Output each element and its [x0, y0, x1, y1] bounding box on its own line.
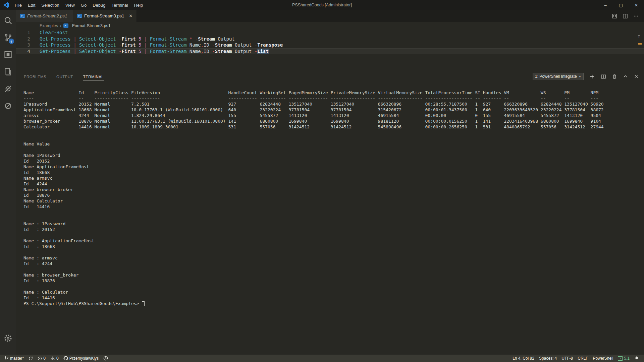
source-control-icon[interactable]: 5 [0, 30, 16, 45]
code-line[interactable]: 2Get-Process | Select-Object -First 5 | … [16, 36, 644, 42]
scm-badge: 5 [9, 39, 14, 44]
line-number: 4 [16, 48, 40, 55]
menu-help[interactable]: Help [131, 0, 146, 10]
tab-terminal[interactable]: TERMINAL [83, 73, 104, 80]
clock-icon[interactable] [101, 355, 110, 362]
eol-item[interactable]: CRLF [575, 355, 590, 362]
activity-bar: 5 [0, 10, 16, 355]
warnings-item[interactable]: 0 [48, 355, 61, 362]
title-bar: File Edit Selection View Go Debug Termin… [0, 0, 644, 10]
panel-header: PROBLEMS OUTPUT TERMINAL 1: PowerShell I… [16, 71, 644, 82]
editor-tab-bar: >_ Format-Stream2.ps1 >_ Format-Stream3.… [16, 10, 644, 22]
code-text: Clear-Host [40, 29, 68, 36]
terminal-cursor [142, 301, 145, 306]
code-text: Get-Process | Select-Object -First 5 | F… [40, 48, 269, 55]
tab-problems[interactable]: PROBLEMS [23, 73, 47, 80]
line-number: 2 [16, 36, 40, 42]
menu-bar: File Edit Selection View Go Debug Termin… [12, 0, 146, 10]
close-panel-icon[interactable] [634, 74, 639, 79]
split-terminal-icon[interactable] [601, 74, 606, 79]
kill-terminal-icon[interactable] [612, 74, 617, 79]
breadcrumb-file-label: Format-Stream3.ps1 [72, 23, 111, 28]
vscode-logo-icon [3, 2, 9, 8]
menu-file[interactable]: File [12, 0, 25, 10]
circle-slash-icon[interactable] [0, 98, 16, 114]
encoding-item[interactable]: UTF-8 [559, 355, 575, 362]
menu-debug[interactable]: Debug [90, 0, 108, 10]
minimap-marker [638, 43, 642, 45]
powershell-badge-icon: > [618, 356, 623, 361]
code-line[interactable]: 3Get-Process | Select-Object -First 5 | … [16, 42, 644, 48]
errors-item[interactable]: 0 [35, 355, 48, 362]
minimize-button[interactable]: – [598, 0, 613, 10]
tab-format-stream2[interactable]: >_ Format-Stream2.ps1 [16, 10, 73, 22]
new-terminal-icon[interactable] [590, 74, 595, 79]
editor-actions [612, 10, 644, 22]
line-number: 1 [16, 29, 40, 36]
account-label: PrzemyslawKlys [69, 356, 99, 361]
split-editor-icon[interactable] [623, 13, 628, 19]
powershell-file-icon: >_ [63, 23, 68, 28]
code-text: Get-Process | Select-Object -First 5 | F… [40, 36, 235, 42]
terminal-output[interactable]: Name Id PriorityClass FileVersion Handle… [23, 90, 644, 301]
notifications-bell-icon[interactable] [632, 355, 641, 362]
terminal-select[interactable]: 1: PowerShell Integrate ▼ [533, 73, 584, 80]
menu-view[interactable]: View [62, 0, 78, 10]
errors-count: 0 [43, 356, 46, 361]
terminal-prompt[interactable]: PS C:\Support\GitHub\PSSharedGoods\Examp… [23, 301, 644, 306]
warnings-count: 0 [56, 356, 59, 361]
maximize-panel-icon[interactable] [623, 74, 628, 79]
indentation-item[interactable]: Spaces: 4 [537, 355, 559, 362]
code-line[interactable]: 1Clear-Host [16, 29, 644, 36]
menu-go[interactable]: Go [78, 0, 90, 10]
code-line[interactable]: 4Get-Process | Select-Object -First 5 | … [16, 48, 644, 55]
powershell-file-icon: >_ [77, 14, 82, 18]
search-icon[interactable] [0, 13, 16, 28]
maximize-button[interactable]: ▢ [613, 0, 629, 10]
breadcrumb-file[interactable]: >_ Format-Stream3.ps1 [63, 23, 111, 28]
tab-close-icon[interactable]: ✕ [129, 13, 132, 18]
chevron-down-icon: ▼ [579, 75, 581, 78]
branch-label: master* [10, 356, 24, 361]
menu-terminal[interactable]: Terminal [108, 0, 131, 10]
open-changes-icon[interactable] [612, 13, 617, 19]
tab-label: Format-Stream2.ps1 [27, 13, 67, 18]
line-number: 3 [16, 42, 40, 48]
editor-lines: 1Clear-Host2Get-Process | Select-Object … [16, 29, 644, 54]
vscode-window: File Edit Selection View Go Debug Termin… [0, 0, 644, 362]
frame-icon[interactable] [0, 47, 16, 62]
bottom-panel: PROBLEMS OUTPUT TERMINAL 1: PowerShell I… [16, 71, 644, 355]
language-mode-item[interactable]: PowerShell [591, 355, 616, 362]
breadcrumb-separator-icon: › [60, 23, 61, 28]
settings-gear-icon[interactable] [0, 330, 16, 346]
tab-output[interactable]: OUTPUT [56, 73, 73, 80]
git-branch-item[interactable]: master* [2, 355, 26, 362]
terminal[interactable]: Name Id PriorityClass FileVersion Handle… [16, 82, 644, 355]
cursor-position-item[interactable]: Ln 4, Col 82 [510, 355, 537, 362]
panel-actions: 1: PowerShell Integrate ▼ [533, 73, 644, 80]
code-text: Get-Process | Select-Object -First 5 | F… [40, 42, 283, 48]
menu-selection[interactable]: Selection [38, 0, 62, 10]
breadcrumb: Examples › >_ Format-Stream3.ps1 [16, 22, 644, 29]
tab-label: Format-Stream3.ps1 [84, 13, 124, 18]
menu-edit[interactable]: Edit [25, 0, 38, 10]
bug-slash-icon[interactable] [0, 81, 16, 97]
files-icon[interactable] [0, 64, 16, 79]
tab-format-stream3[interactable]: >_ Format-Stream3.ps1 ✕ [73, 10, 137, 22]
github-account-item[interactable]: PrzemyslawKlys [61, 355, 101, 362]
sync-icon[interactable] [26, 355, 35, 362]
powershell-file-icon: >_ [20, 14, 25, 18]
more-actions-icon[interactable] [633, 13, 639, 19]
status-bar: master* 0 0 PrzemyslawKlys Ln 4, Col 8 [0, 355, 644, 362]
powershell-version-item[interactable]: > 5.1 [615, 355, 632, 362]
close-button[interactable]: ✕ [629, 0, 644, 10]
breadcrumb-folder[interactable]: Examples [40, 23, 58, 28]
editor[interactable]: 1Clear-Host2Get-Process | Select-Object … [16, 29, 644, 71]
terminal-select-label: 1: PowerShell Integrate [535, 74, 577, 79]
terminal-prompt-text: PS C:\Support\GitHub\PSSharedGoods\Examp… [23, 301, 139, 306]
powershell-version-label: 5.1 [624, 356, 630, 361]
minimap-glyph: T [638, 34, 643, 41]
minimap[interactable]: T [638, 34, 643, 68]
window-controls: – ▢ ✕ [598, 0, 644, 10]
